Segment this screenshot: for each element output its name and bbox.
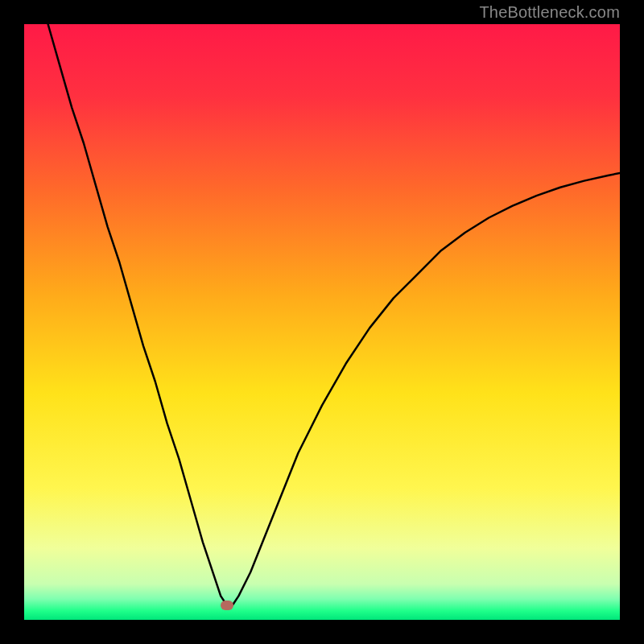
attribution-label: TheBottleneck.com bbox=[479, 3, 620, 22]
chart-frame: TheBottleneck.com bbox=[0, 0, 644, 644]
gradient-background bbox=[24, 24, 620, 620]
chart-svg bbox=[24, 24, 620, 620]
optimal-point-marker bbox=[221, 601, 233, 610]
plot-area bbox=[24, 24, 620, 620]
